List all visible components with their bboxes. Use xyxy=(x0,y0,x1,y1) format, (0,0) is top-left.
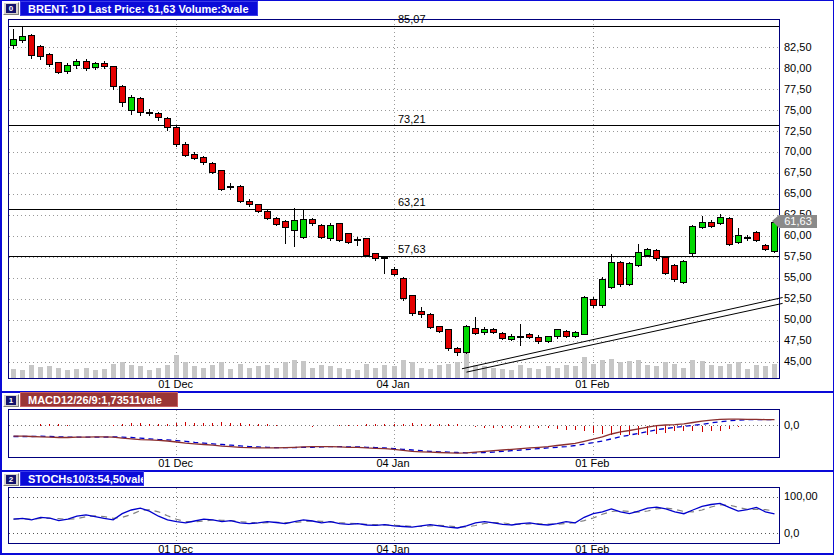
date-axis-label: 01 Dec xyxy=(158,378,193,390)
price-tick-label: 75,00 xyxy=(784,104,812,116)
date-axis-label: 04 Jan xyxy=(376,457,409,469)
date-axis-label: 04 Jan xyxy=(376,378,409,390)
date-axis-label: 01 Dec xyxy=(158,457,193,469)
macd-plot[interactable] xyxy=(8,409,780,458)
price-tick-label: 80,00 xyxy=(784,62,812,74)
stoch-svg xyxy=(9,488,779,543)
stoch-tick-label: 100,00 xyxy=(784,490,818,502)
price-tick-label: 70,00 xyxy=(784,145,812,157)
macd-svg xyxy=(9,410,779,457)
date-axis-label: 04 Jan xyxy=(376,543,409,555)
panel-1-icon-button[interactable]: 1 xyxy=(3,394,19,407)
panel-0-number: 0 xyxy=(6,4,16,13)
macd-panel-title-bar[interactable]: MACD12/26/9:1,73511vale xyxy=(20,392,178,407)
panel-2-number: 2 xyxy=(6,475,16,484)
price-tick-label: 57,50 xyxy=(784,250,812,262)
macd-panel-title: MACD12/26/9:1,73511vale xyxy=(28,394,162,406)
stoch-panel-title-bar[interactable]: STOCHs10/3:54,50vale xyxy=(20,471,144,486)
price-level-label: 85,07 xyxy=(398,13,426,25)
date-axis-label: 01 Feb xyxy=(575,543,609,555)
price-chart-plot[interactable]: 85,0773,2163,2157,63 xyxy=(8,19,780,379)
trendline xyxy=(462,298,783,369)
price-tick-label: 60,00 xyxy=(784,229,812,241)
volume-bars xyxy=(11,353,777,378)
candles xyxy=(11,26,778,356)
price-tick-label: 45,00 xyxy=(784,355,812,367)
price-tick-label: 65,00 xyxy=(784,187,812,199)
macd-tick-label: 0,0 xyxy=(784,419,799,431)
price-level-label: 63,21 xyxy=(398,196,426,208)
marker-arrow-icon xyxy=(772,215,779,228)
date-axis-label: 01 Feb xyxy=(575,378,609,390)
price-level-label: 57,63 xyxy=(398,243,426,255)
last-price-marker: 61,63 xyxy=(772,215,817,228)
price-tick-label: 77,50 xyxy=(784,83,812,95)
price-level-label: 73,21 xyxy=(398,113,426,125)
price-panel-title: BRENT: 1D Last Price: 61,63 Volume:3vale xyxy=(28,3,249,15)
price-tick-label: 72,50 xyxy=(784,125,812,137)
panel-1-number: 1 xyxy=(6,396,16,405)
price-tick-label: 82,50 xyxy=(784,41,812,53)
last-price-value: 61,63 xyxy=(779,215,817,228)
price-tick-label: 52,50 xyxy=(784,292,812,304)
price-tick-label: 47,50 xyxy=(784,334,812,346)
date-axis-label: 01 Feb xyxy=(575,457,609,469)
price-tick-label: 67,50 xyxy=(784,166,812,178)
price-tick-label: 55,00 xyxy=(784,271,812,283)
price-tick-label: 50,00 xyxy=(784,313,812,325)
stoch-plot[interactable] xyxy=(8,487,780,544)
chart-app-window: 0 BRENT: 1D Last Price: 61,63 Volume:3va… xyxy=(0,0,834,555)
price-chart-svg: 85,0773,2163,2157,63 xyxy=(9,20,779,378)
price-panel-title-bar[interactable]: BRENT: 1D Last Price: 61,63 Volume:3vale xyxy=(20,1,258,16)
date-axis-label: 01 Dec xyxy=(158,543,193,555)
stoch-panel-title: STOCHs10/3:54,50vale xyxy=(28,473,144,485)
stoch-tick-label: 0,0 xyxy=(784,527,799,539)
panel-2-icon-button[interactable]: 2 xyxy=(3,473,19,486)
panel-0-icon-button[interactable]: 0 xyxy=(3,2,19,15)
